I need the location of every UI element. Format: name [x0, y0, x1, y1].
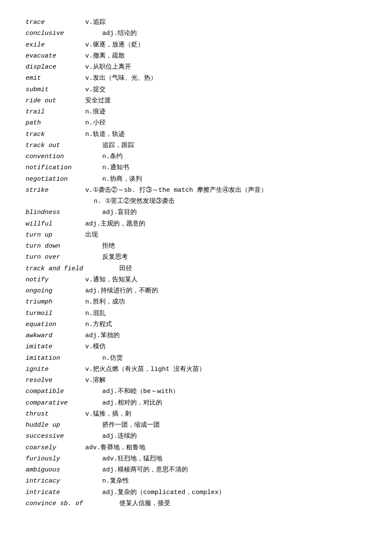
definition: adj.主观的，愿意的 — [85, 219, 145, 230]
definition: 反复思考 — [102, 252, 128, 263]
word: intricacy — [26, 476, 102, 487]
word: track — [26, 129, 85, 140]
word: comparative — [26, 398, 102, 409]
vocab-entry: turmoiln.混乱 — [26, 308, 366, 319]
definition: adj.相对的，对比的 — [102, 398, 162, 409]
definition: v.从职位上离开 — [85, 62, 131, 73]
vocab-entry: compatibleadj.不和睦（be～with） — [26, 386, 366, 397]
vocab-entry: turn over反复思考 — [26, 252, 366, 263]
vocab-entry: tracev.追踪 — [26, 17, 366, 28]
vocab-entry: successiveadj.连续的 — [26, 431, 366, 442]
definition: adv.狂烈地，猛烈地 — [102, 454, 162, 465]
word: turn over — [26, 252, 102, 263]
vocab-entry: notifyv.通知，告知某人 — [26, 275, 366, 286]
word: trail — [26, 107, 85, 118]
definition: v.通知，告知某人 — [85, 275, 138, 286]
definition: 挤作一团，缩成一团 — [102, 420, 160, 431]
vocab-entry: trailn.痕迹 — [26, 107, 366, 118]
word: compatible — [26, 386, 102, 397]
word: ignite — [26, 364, 85, 375]
vocab-entry: thrustv.猛推，插，刺 — [26, 409, 366, 420]
vocab-entry: turn up出现 — [26, 230, 366, 241]
definition: adj.笨拙的 — [85, 330, 120, 341]
definition: v.猛推，插，刺 — [85, 409, 131, 420]
definition: 追踪，跟踪 — [102, 140, 134, 151]
word: imitate — [26, 341, 85, 353]
vocab-entry: conventionn.条约 — [26, 151, 366, 162]
vocab-entry: resolvev.溶解 — [26, 375, 366, 386]
vocab-entry: turn down拒绝 — [26, 241, 366, 252]
definition: adj.连续的 — [102, 431, 137, 442]
word: blindness — [26, 207, 102, 218]
vocab-entry: intricateadj.复杂的（complicated，complex） — [26, 487, 366, 498]
vocab-entry: pathn.小径 — [26, 118, 366, 129]
word: track and field — [26, 263, 119, 275]
vocab-entry: willfuladj.主观的，愿意的 — [26, 219, 366, 230]
word: coarsely — [26, 442, 85, 454]
word: ambiguous — [26, 465, 102, 476]
definition: n.痕迹 — [85, 107, 106, 118]
vocab-entry: exilev.驱逐，放逐（贬） — [26, 40, 366, 51]
word: awkward — [26, 330, 85, 341]
vocab-entry: evacuatev.撤离，疏散 — [26, 51, 366, 62]
definition: n.协商，谈判 — [102, 174, 142, 185]
definition: n.轨道，轨迹 — [85, 129, 125, 140]
vocabulary-list: tracev.追踪conclusiveadj.结论的exilev.驱逐，放逐（贬… — [26, 17, 366, 509]
vocab-entry: furiouslyadv.狂烈地，猛烈地 — [26, 454, 366, 465]
definition: adj.盲目的 — [102, 207, 137, 218]
word: evacuate — [26, 51, 85, 62]
word: imitation — [26, 353, 102, 364]
vocab-entry: awkwardadj.笨拙的 — [26, 330, 366, 341]
word: convention — [26, 151, 102, 162]
vocab-entry: comparativeadj.相对的，对比的 — [26, 398, 366, 409]
definition: adj.持续进行的，不断的 — [85, 286, 158, 297]
vocab-entry: equationn.方程式 — [26, 319, 366, 330]
word: convince sb. of — [26, 498, 119, 509]
vocab-entry: ambiguousadj.模棱两可的，意思不清的 — [26, 465, 366, 476]
vocab-entry: trackn.轨道，轨迹 — [26, 129, 366, 140]
definition: 使某人信服，接受 — [119, 498, 170, 509]
definition: 安全过渡 — [85, 95, 111, 107]
word: ongoing — [26, 286, 85, 297]
vocab-entry: blindnessadj.盲目的 — [26, 207, 366, 218]
word: notify — [26, 275, 85, 286]
definition: adj.结论的 — [102, 28, 137, 39]
word: turn up — [26, 230, 85, 241]
definition: v.追踪 — [85, 17, 106, 28]
definition: n.胜利，成功 — [85, 297, 125, 308]
word: emit — [26, 73, 85, 84]
definition: n.条约 — [102, 151, 123, 162]
word: turn down — [26, 241, 102, 252]
vocab-entry: conclusiveadj.结论的 — [26, 28, 366, 39]
definition: adv.鲁莽地，粗鲁地 — [85, 442, 145, 454]
definition: v.撤离，疏散 — [85, 51, 125, 62]
definition: n.通知书 — [102, 162, 129, 173]
vocab-entry: coarselyadv.鲁莽地，粗鲁地 — [26, 442, 366, 454]
vocab-entry: notificationn.通知书 — [26, 162, 366, 173]
definition: n.小径 — [85, 118, 106, 129]
vocab-entry: submitv.提交 — [26, 84, 366, 95]
vocab-entry: emitv.发出（气味、光、热） — [26, 73, 366, 84]
vocab-entry: intricacyn.复杂性 — [26, 476, 366, 487]
vocab-entry: imitatev.模仿 — [26, 341, 366, 353]
vocab-entry: triumphn.胜利，成功 — [26, 297, 366, 308]
definition: adj.模棱两可的，意思不清的 — [102, 465, 188, 476]
word: triumph — [26, 297, 85, 308]
vocab-entry: ignitev.把火点燃（有火苗，light 没有火苗） — [26, 364, 366, 375]
word: notification — [26, 162, 102, 173]
definition: v.①袭击②～sb. 打③～the match 摩擦产生④发出（声音） — [85, 185, 267, 196]
definition: v.提交 — [85, 84, 106, 95]
word: resolve — [26, 375, 85, 386]
definition: n.混乱 — [85, 308, 106, 319]
word: thrust — [26, 409, 85, 420]
word: exile — [26, 40, 85, 51]
definition: v.溶解 — [85, 375, 106, 386]
definition: n. ①罢工②突然发现③袭击 — [94, 196, 175, 207]
definition: 出现 — [85, 230, 98, 241]
word: turmoil — [26, 308, 85, 319]
definition: n.复杂性 — [102, 476, 129, 487]
word: intricate — [26, 487, 102, 498]
definition: n.仿货 — [102, 353, 123, 364]
vocab-entry: displacev.从职位上离开 — [26, 62, 366, 73]
vocab-entry: negotiationn.协商，谈判 — [26, 174, 366, 185]
